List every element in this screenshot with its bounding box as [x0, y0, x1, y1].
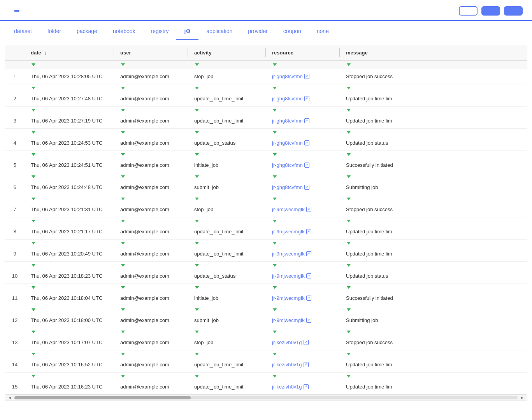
col-header-message[interactable]: message — [340, 45, 527, 61]
cell-resource[interactable]: jr-9mjwecmgfk↗ — [266, 268, 340, 284]
filter-arrow-cell[interactable] — [273, 286, 277, 289]
resource-link[interactable]: jr-9mjwecmgfk↗ — [272, 273, 311, 279]
filter-arrow-cell[interactable] — [121, 286, 125, 289]
filter-arrow-cell[interactable] — [121, 264, 125, 267]
external-link-icon[interactable]: ↗ — [304, 96, 309, 101]
resource-link[interactable]: jr-kezivh0v1g↗ — [272, 362, 309, 368]
filter-arrow-cell[interactable] — [121, 308, 125, 311]
filter-arrow-cell[interactable] — [32, 87, 35, 89]
filter-arrow-cell[interactable] — [347, 242, 351, 245]
filter-arrow-cell[interactable] — [121, 109, 125, 112]
filter-arrow-cell[interactable] — [32, 242, 35, 245]
cell-resource[interactable]: jr-ghg8tcvfmn↗ — [266, 158, 340, 173]
filter-arrow-cell[interactable] — [32, 308, 35, 311]
filter-arrow-cell[interactable] — [195, 220, 199, 222]
filter-arrow-cell[interactable] — [121, 175, 125, 178]
filter-arrow-message[interactable] — [347, 63, 351, 66]
col-header-date[interactable]: date ↓ — [25, 45, 114, 61]
filter-arrow-cell[interactable] — [32, 220, 35, 222]
external-link-icon[interactable]: ↗ — [306, 251, 311, 256]
filter-arrow-cell[interactable] — [347, 198, 351, 200]
filter-arrow-cell[interactable] — [32, 286, 35, 289]
filter-arrow-cell[interactable] — [273, 331, 277, 333]
resource-link[interactable]: jr-ghg8tcvfmn↗ — [272, 118, 309, 124]
resource-link[interactable]: jr-ghg8tcvfmn↗ — [272, 96, 309, 102]
filter-arrow-cell[interactable] — [347, 153, 351, 156]
col-header-activity[interactable]: activity — [188, 45, 266, 61]
clear-filters-button[interactable] — [459, 6, 478, 16]
external-link-icon[interactable]: ↗ — [306, 207, 311, 212]
cell-resource[interactable]: jr-9mjwecmgfk↗ — [266, 224, 340, 240]
external-link-icon[interactable]: ↗ — [306, 296, 311, 301]
filter-arrow-activity[interactable] — [195, 63, 199, 66]
filter-arrow-resource[interactable] — [273, 63, 277, 66]
external-link-icon[interactable]: ↗ — [304, 362, 309, 367]
cell-resource[interactable]: jr-9mjwecmgfk↗ — [266, 313, 340, 328]
filter-arrow-cell[interactable] — [121, 331, 125, 333]
tab-notebook[interactable]: notebook — [105, 23, 143, 40]
external-link-icon[interactable]: ↗ — [304, 163, 309, 168]
filter-arrow-cell[interactable] — [32, 264, 35, 267]
filter-arrow-cell[interactable] — [121, 87, 125, 89]
resource-link[interactable]: jr-ghg8tcvfmn↗ — [272, 162, 309, 168]
resource-link[interactable]: jr-9mjwecmgfk↗ — [272, 229, 311, 234]
filter-arrow-cell[interactable] — [195, 286, 199, 289]
filter-arrow-cell[interactable] — [32, 153, 35, 156]
external-link-icon[interactable]: ↗ — [304, 185, 309, 190]
filter-arrow-cell[interactable] — [32, 353, 35, 355]
filter-arrow-cell[interactable] — [273, 198, 277, 200]
resource-link[interactable]: jr-ghg8tcvfmn↗ — [272, 184, 309, 190]
scroll-thumb[interactable] — [14, 396, 191, 399]
filter-arrow-cell[interactable] — [273, 153, 277, 156]
tab-provider[interactable]: provider — [240, 23, 276, 40]
filter-arrow-cell[interactable] — [195, 264, 199, 267]
cell-resource[interactable]: jr-kezivh0v1g↗ — [266, 379, 340, 394]
filter-arrow-cell[interactable] — [347, 109, 351, 112]
filter-arrow-cell[interactable] — [273, 175, 277, 178]
resource-link[interactable]: jr-9mjwecmgfk↗ — [272, 251, 311, 257]
filter-arrow-cell[interactable] — [347, 375, 351, 378]
col-header-user[interactable]: user — [114, 45, 188, 61]
cell-resource[interactable]: jr-ghg8tcvfmn↗ — [266, 180, 340, 195]
filter-arrow-cell[interactable] — [195, 198, 199, 200]
resource-link[interactable]: jr-ghg8tcvfmn↗ — [272, 140, 309, 146]
cell-resource[interactable]: jr-ghg8tcvfmn↗ — [266, 113, 340, 129]
filter-arrow-cell[interactable] — [32, 175, 35, 178]
filter-arrow-cell[interactable] — [347, 331, 351, 333]
external-link-icon[interactable]: ↗ — [304, 340, 309, 345]
tab-application[interactable]: application — [198, 23, 240, 40]
filter-arrow-cell[interactable] — [121, 153, 125, 156]
filter-arrow-cell[interactable] — [195, 175, 199, 178]
cell-resource[interactable]: jr-9mjwecmgfk↗ — [266, 202, 340, 217]
scroll-track[interactable] — [14, 396, 518, 399]
external-link-icon[interactable]: ↗ — [304, 140, 309, 145]
filter-arrow-cell[interactable] — [195, 109, 199, 112]
download-button[interactable] — [481, 6, 500, 16]
tab-none[interactable]: none — [309, 23, 337, 40]
filter-arrow-cell[interactable] — [273, 109, 277, 112]
cell-resource[interactable]: jr-ghg8tcvfmn↗ — [266, 135, 340, 151]
cell-resource[interactable]: jr-kezivh0v1g↗ — [266, 357, 340, 373]
resource-link[interactable]: jr-kezivh0v1g↗ — [272, 340, 309, 345]
audit-events-table-container[interactable]: date ↓ user activity resource — [5, 45, 527, 395]
filter-arrow-cell[interactable] — [347, 286, 351, 289]
filter-arrow-cell[interactable] — [195, 308, 199, 311]
filter-arrow-cell[interactable] — [273, 220, 277, 222]
external-link-icon[interactable]: ↗ — [306, 318, 311, 323]
filter-arrow-cell[interactable] — [273, 87, 277, 89]
filter-arrow-cell[interactable] — [32, 198, 35, 200]
filter-arrow-cell[interactable] — [195, 353, 199, 355]
filter-arrow-cell[interactable] — [121, 242, 125, 245]
filter-arrow-cell[interactable] — [273, 375, 277, 378]
tab-coupon[interactable]: coupon — [276, 23, 309, 40]
filter-arrow-cell[interactable] — [32, 109, 35, 112]
cell-resource[interactable]: jr-kezivh0v1g↗ — [266, 335, 340, 350]
filter-arrow-cell[interactable] — [195, 375, 199, 378]
filter-arrow-cell[interactable] — [273, 308, 277, 311]
filter-arrow-cell[interactable] — [32, 331, 35, 333]
filter-arrow-cell[interactable] — [121, 131, 125, 134]
filter-arrow-cell[interactable] — [347, 308, 351, 311]
filter-arrow-cell[interactable] — [195, 87, 199, 89]
filter-arrow-cell[interactable] — [347, 87, 351, 89]
filter-arrow-cell[interactable] — [121, 198, 125, 200]
